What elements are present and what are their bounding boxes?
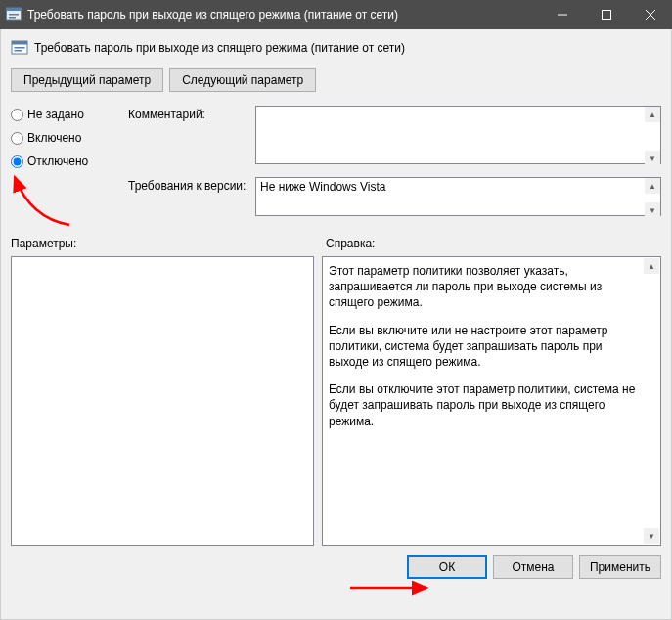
cancel-button[interactable]: Отмена bbox=[493, 555, 573, 579]
svg-rect-9 bbox=[12, 41, 27, 45]
close-button[interactable] bbox=[628, 0, 672, 29]
subtitle-text: Требовать пароль при выходе из спящего р… bbox=[34, 41, 405, 55]
comment-label: Комментарий: bbox=[128, 106, 255, 121]
next-setting-button[interactable]: Следующий параметр bbox=[169, 68, 316, 92]
options-label: Параметры: bbox=[11, 237, 326, 250]
supported-scroll: ▲ ▼ bbox=[645, 178, 660, 218]
policy-icon bbox=[6, 7, 22, 22]
help-paragraph: Этот параметр политики позволяет указать… bbox=[329, 263, 645, 311]
radio-enabled-label: Включено bbox=[27, 131, 81, 145]
radio-disabled-label: Отключено bbox=[27, 155, 88, 168]
previous-setting-button[interactable]: Предыдущий параметр bbox=[11, 68, 163, 92]
apply-button[interactable]: Применить bbox=[579, 555, 661, 579]
help-paragraph: Если вы включите или не настроите этот п… bbox=[329, 323, 645, 371]
radio-not-configured-label: Не задано bbox=[27, 108, 84, 121]
svg-rect-3 bbox=[9, 17, 16, 19]
radio-enabled-input[interactable] bbox=[11, 132, 23, 145]
scroll-up-icon[interactable]: ▲ bbox=[644, 258, 659, 274]
options-panel bbox=[11, 256, 314, 546]
svg-rect-5 bbox=[602, 11, 610, 20]
radio-not-configured[interactable]: Не задано bbox=[11, 108, 128, 121]
svg-rect-10 bbox=[15, 47, 25, 49]
radio-enabled[interactable]: Включено bbox=[11, 131, 128, 145]
comment-scroll: ▲ ▼ bbox=[645, 107, 660, 166]
minimize-button[interactable] bbox=[540, 0, 584, 29]
radio-disabled[interactable]: Отключено bbox=[11, 155, 128, 168]
maximize-button[interactable] bbox=[584, 0, 628, 29]
ok-button[interactable]: ОК bbox=[407, 555, 487, 579]
supported-label: Требования к версии: bbox=[128, 177, 255, 193]
scroll-down-icon[interactable]: ▼ bbox=[645, 151, 660, 166]
help-label: Справка: bbox=[326, 237, 375, 250]
scroll-down-icon[interactable]: ▼ bbox=[644, 528, 659, 544]
help-panel: Этот параметр политики позволяет указать… bbox=[322, 256, 661, 546]
radio-disabled-input[interactable] bbox=[11, 155, 23, 168]
scroll-up-icon[interactable]: ▲ bbox=[645, 107, 660, 122]
scroll-up-icon[interactable]: ▲ bbox=[645, 178, 660, 194]
svg-rect-11 bbox=[15, 50, 22, 52]
window-title: Требовать пароль при выходе из спящего р… bbox=[27, 8, 540, 22]
subtitle-row: Требовать пароль при выходе из спящего р… bbox=[11, 39, 661, 57]
footer-buttons: ОК Отмена Применить bbox=[11, 555, 661, 579]
svg-rect-2 bbox=[9, 14, 19, 16]
help-paragraph: Если вы отключите этот параметр политики… bbox=[329, 381, 645, 429]
supported-field-row: Требования к версии: ▲ ▼ bbox=[128, 177, 661, 219]
help-scroll: ▲ ▼ bbox=[644, 258, 659, 544]
content-area: Требовать пароль при выходе из спящего р… bbox=[0, 29, 672, 620]
comment-textarea[interactable] bbox=[255, 106, 661, 164]
nav-buttons: Предыдущий параметр Следующий параметр bbox=[11, 68, 661, 92]
supported-textarea bbox=[255, 177, 661, 216]
comment-field-row: Комментарий: ▲ ▼ bbox=[128, 106, 661, 167]
policy-icon bbox=[11, 39, 28, 57]
radio-not-configured-input[interactable] bbox=[11, 109, 23, 121]
titlebar: Требовать пароль при выходе из спящего р… bbox=[0, 0, 672, 29]
svg-rect-1 bbox=[7, 8, 22, 11]
state-radio-group: Не задано Включено Отключено bbox=[11, 106, 128, 168]
scroll-down-icon[interactable]: ▼ bbox=[645, 202, 660, 218]
